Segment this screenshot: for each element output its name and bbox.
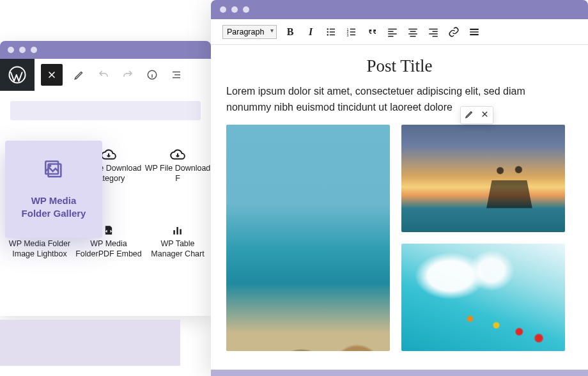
remove-image-icon[interactable]: [481, 109, 489, 121]
svg-rect-23: [388, 36, 393, 37]
outline-icon[interactable]: [170, 69, 183, 81]
svg-rect-33: [470, 31, 479, 33]
block-wp-media-folder-gallery[interactable]: WP Media Folder Gallery: [5, 141, 102, 238]
svg-rect-30: [429, 33, 438, 35]
block-label: WP File Download F: [144, 164, 211, 184]
edit-icon[interactable]: [73, 69, 86, 81]
window-dot[interactable]: [19, 47, 26, 53]
wordpress-logo[interactable]: [0, 59, 35, 91]
svg-rect-32: [470, 28, 479, 29]
align-center-icon[interactable]: [406, 26, 420, 38]
block-wp-table-chart[interactable]: WP Table Manager Chart: [144, 219, 211, 279]
gallery-image[interactable]: [401, 125, 565, 232]
close-inserter-button[interactable]: [41, 64, 63, 86]
bullet-list-icon[interactable]: [324, 26, 338, 38]
svg-rect-13: [330, 34, 335, 35]
svg-rect-34: [470, 34, 479, 35]
edit-image-icon[interactable]: [465, 109, 474, 121]
cloud-download-icon: [100, 146, 117, 164]
wp-tools: [73, 69, 183, 81]
svg-rect-21: [388, 31, 393, 32]
search-placeholder[interactable]: [10, 101, 201, 120]
align-right-icon[interactable]: [426, 26, 440, 38]
block-wp-file-download-f[interactable]: WP File Download F: [144, 143, 211, 203]
svg-rect-28: [429, 28, 438, 29]
svg-rect-12: [330, 31, 335, 33]
window-dot[interactable]: [8, 47, 14, 53]
svg-rect-31: [433, 36, 438, 37]
image-mini-toolbar: [460, 106, 493, 124]
window-chrome: [211, 0, 588, 19]
wp-topbar: [0, 59, 211, 91]
decorative-bar: [211, 370, 588, 376]
block-label: WP Table Manager Chart: [144, 239, 211, 259]
svg-rect-20: [388, 28, 397, 29]
selected-block-label: WP Media Folder Gallery: [22, 194, 86, 221]
code-file-icon: [102, 221, 115, 239]
format-select-wrap[interactable]: Paragraph: [222, 25, 277, 39]
info-icon[interactable]: [146, 69, 159, 81]
quote-icon[interactable]: [365, 26, 379, 38]
post-title[interactable]: Post Title: [226, 56, 573, 76]
svg-rect-17: [350, 28, 355, 29]
window-dot[interactable]: [220, 6, 226, 13]
svg-rect-22: [388, 33, 397, 35]
format-select: Paragraph: [222, 25, 277, 39]
svg-point-10: [327, 34, 329, 35]
svg-rect-19: [350, 34, 355, 35]
post-area: Post Title Lorem ipsum dolor sit amet, c…: [211, 45, 588, 351]
svg-rect-2: [173, 230, 175, 235]
svg-rect-26: [408, 33, 417, 35]
link-icon[interactable]: [447, 26, 461, 38]
svg-rect-11: [330, 28, 335, 29]
svg-rect-3: [176, 227, 178, 235]
bold-icon[interactable]: B: [283, 26, 297, 38]
svg-rect-25: [410, 31, 416, 32]
svg-rect-4: [180, 229, 182, 234]
svg-rect-24: [408, 28, 417, 29]
image-gallery: [226, 125, 573, 351]
window-dot[interactable]: [243, 6, 249, 13]
redo-icon[interactable]: [121, 69, 134, 81]
insert-more-icon[interactable]: [467, 26, 481, 38]
align-left-icon[interactable]: [385, 26, 399, 38]
italic-icon[interactable]: I: [304, 26, 318, 38]
gallery-image[interactable]: [401, 244, 565, 351]
format-toolbar: Paragraph B I 123: [211, 19, 588, 45]
svg-point-9: [327, 31, 329, 32]
block-label: WP Media FolderPDF Embed: [75, 239, 142, 259]
post-editor-window: Paragraph B I 123 Post Title Lorem ipsum…: [211, 0, 588, 372]
svg-rect-29: [433, 31, 438, 32]
window-dot[interactable]: [31, 47, 37, 53]
block-label: WP Media Folder Image Lightbox: [6, 239, 73, 259]
window-dot[interactable]: [231, 6, 238, 13]
cloud-download-icon: [169, 146, 186, 164]
window-chrome: [0, 41, 211, 59]
undo-icon[interactable]: [97, 69, 110, 81]
svg-text:3: 3: [347, 33, 349, 36]
gallery-icon: [43, 159, 65, 183]
svg-rect-18: [350, 31, 355, 33]
number-list-icon[interactable]: 123: [344, 26, 359, 38]
gallery-image[interactable]: [226, 125, 390, 351]
svg-point-8: [327, 28, 329, 29]
post-body[interactable]: Lorem ipsum dolor sit amet, consectetuer…: [226, 84, 573, 116]
svg-rect-27: [410, 36, 416, 37]
decorative-bar: [0, 320, 180, 366]
bar-chart-icon: [171, 221, 184, 239]
